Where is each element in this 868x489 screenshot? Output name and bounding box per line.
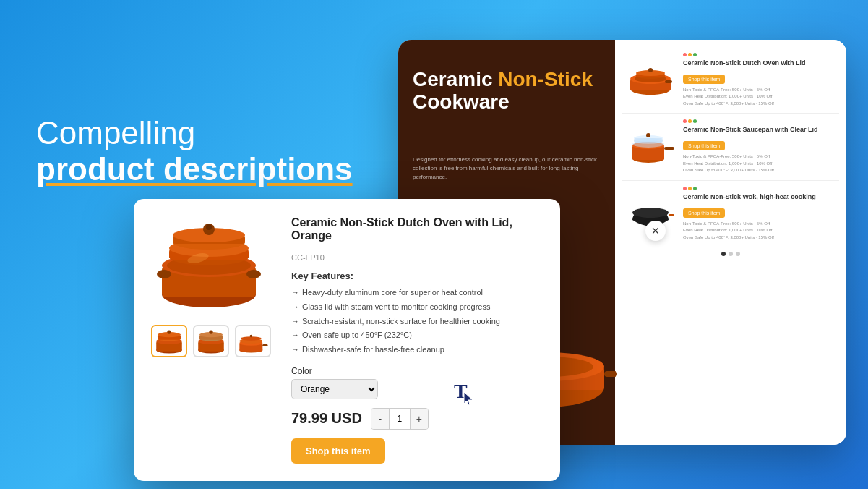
svg-point-16 <box>648 68 653 72</box>
svg-point-63 <box>250 334 253 337</box>
quantity-control: - 1 + <box>371 408 429 430</box>
product-stats-3: Non-Toxic & PFOA-Free: 500+ Units · 5% O… <box>683 221 836 242</box>
page-dot-2 <box>729 252 733 256</box>
modal-main-image <box>151 216 267 318</box>
product-thumb-1 <box>625 59 676 102</box>
quantity-decrease-button[interactable]: - <box>371 409 389 429</box>
dot-menu-3 <box>683 187 836 190</box>
thumbnail-1[interactable] <box>151 325 187 357</box>
svg-rect-60 <box>262 344 267 346</box>
modal-product-title: Ceramic Non-Stick Dutch Oven with Lid, O… <box>291 216 543 250</box>
banner-title: Ceramic Non-Stick Cookware <box>413 69 608 114</box>
tablet-shop-btn-1[interactable]: Shop this item <box>683 75 725 84</box>
product-stats-2: Non-Toxic & PFOA-Free: 500+ Units · 5% O… <box>683 153 836 174</box>
thumbnail-3[interactable] <box>235 325 271 357</box>
hero-line2: product descriptions <box>36 150 353 189</box>
banner-title-white: Ceramic <box>413 68 498 90</box>
modal-image-column <box>151 216 274 464</box>
product-stats-1: Non-Toxic & PFOA-Free: 500+ Units · 5% O… <box>683 87 836 108</box>
banner-description: Designed for effortless cooking and easy… <box>413 156 608 182</box>
hero-line1: Compelling <box>36 116 353 150</box>
product-info-2: Ceramic Non-Stick Saucepan with Clear Li… <box>683 119 836 174</box>
product-name-2: Ceramic Non-Stick Saucepan with Clear Li… <box>683 126 836 135</box>
product-info-1: Ceramic Non-Stick Dutch Oven with Lid Sh… <box>683 53 836 107</box>
feature-5: →Dishwasher-safe for hassle-free cleanup <box>291 343 543 357</box>
tablet-product-item-2: Ceramic Non-Stick Saucepan with Clear Li… <box>622 114 839 180</box>
tablet-product-list: Ceramic Non-Stick Dutch Oven with Lid Sh… <box>615 40 846 445</box>
svg-point-32 <box>246 270 261 278</box>
svg-point-26 <box>632 208 669 218</box>
modal-thumbnails <box>151 325 274 357</box>
shop-this-item-button[interactable]: Shop this item <box>291 438 385 464</box>
quantity-increase-button[interactable]: + <box>411 409 428 429</box>
close-button-tablet[interactable]: ✕ <box>645 221 666 241</box>
feature-4: →Oven-safe up to 450°F (232°C) <box>291 328 543 343</box>
color-label: Color <box>291 366 543 376</box>
price-row: 79.99 USD - 1 + <box>291 408 543 430</box>
modal-features-list: →Heavy-duty aluminum core for superior h… <box>291 286 543 357</box>
tablet-shop-btn-3[interactable]: Shop this item <box>683 208 725 218</box>
page-dot-1 <box>721 252 726 256</box>
product-info-3: Ceramic Non-Stick Wok, high-heat cooking… <box>683 187 836 241</box>
color-select[interactable]: Orange Red Black <box>291 379 378 399</box>
svg-rect-27 <box>669 214 674 216</box>
feature-2: →Glass lid with steam vent to monitor co… <box>291 300 543 315</box>
tablet-pagination <box>622 247 839 260</box>
feature-3: →Scratch-resistant, non-stick surface fo… <box>291 315 543 329</box>
dot-menu-2 <box>683 119 836 123</box>
modal-content: Ceramic Non-Stick Dutch Oven with Lid, O… <box>291 216 543 464</box>
hero-section: Compelling product descriptions <box>36 116 353 189</box>
quantity-value: 1 <box>389 409 411 429</box>
svg-point-31 <box>157 270 171 278</box>
product-name-1: Ceramic Non-Stick Dutch Oven with Lid <box>683 59 836 68</box>
svg-point-25 <box>646 133 650 137</box>
thumbnail-2[interactable] <box>193 325 229 357</box>
product-price: 79.99 USD <box>291 410 362 427</box>
tablet-shop-btn-2[interactable]: Shop this item <box>683 141 725 150</box>
close-icon: ✕ <box>651 225 660 237</box>
product-modal: Ceramic Non-Stick Dutch Oven with Lid, O… <box>134 199 560 481</box>
banner-title-orange: Non-Stick <box>498 68 593 90</box>
product-name-3: Ceramic Non-Stick Wok, high-heat cooking <box>683 193 836 202</box>
banner-title-white2: Cookware <box>413 90 510 113</box>
tablet-product-item-1: Ceramic Non-Stick Dutch Oven with Lid Sh… <box>622 47 839 114</box>
svg-point-56 <box>209 330 212 333</box>
page-dot-3 <box>736 252 740 256</box>
feature-1: →Heavy-duty aluminum core for superior h… <box>291 286 543 300</box>
svg-rect-11 <box>665 80 672 83</box>
svg-rect-20 <box>664 147 674 150</box>
modal-sku: CC-FP10 <box>291 253 543 262</box>
dot-menu-1 <box>683 53 836 56</box>
svg-rect-3 <box>604 371 617 377</box>
modal-features-label: Key Features: <box>291 271 543 281</box>
svg-point-49 <box>167 330 171 333</box>
svg-point-41 <box>206 224 212 230</box>
product-thumb-2 <box>625 125 676 169</box>
